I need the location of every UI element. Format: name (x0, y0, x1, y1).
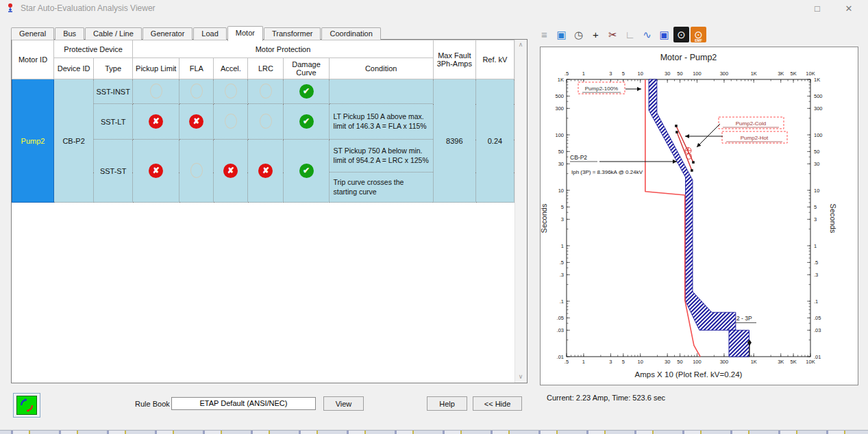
y-tick-label: .01 (557, 354, 564, 360)
scroll-up-button[interactable]: ∧ (515, 40, 526, 51)
lrc-status-cell (248, 104, 284, 140)
rule-book-field[interactable]: ETAP Default (ANSI/NEC) (171, 397, 316, 410)
y-tick-label: 3 (814, 216, 817, 222)
header-accel: Accel. (214, 58, 248, 79)
device-id-cell: CB-P2 (54, 79, 94, 203)
x-tick-label: 5K (790, 359, 796, 365)
condition-cell (329, 79, 433, 104)
y-tick-label: 1 (814, 243, 817, 249)
y-tick-label: 300 (555, 105, 564, 112)
x-tick-label: 3 (609, 71, 612, 77)
empty-status-circle (150, 84, 162, 99)
evaluation-table-panel: Motor IDProtective DeviceMotor Protectio… (11, 39, 528, 383)
y-tick-label: 50 (814, 149, 819, 155)
iph-fault-text: Iph (3P) = 8.396kA @ 0.24kV (571, 169, 643, 175)
y-tick-label: 5 (814, 204, 817, 210)
axis-icon[interactable]: ∟ (622, 27, 638, 42)
tab-general[interactable]: General (11, 27, 54, 40)
plot-display-icon[interactable]: ▣ (656, 27, 672, 42)
plot-options-icon[interactable]: ≡ (536, 27, 552, 42)
view-button[interactable]: View (323, 396, 364, 411)
condition-cell: Trip curve crosses the starting curve (329, 173, 433, 203)
accel-status-cell (214, 79, 248, 104)
header-pickup-limit: Pickup Limit (133, 58, 179, 79)
lrc-status-cell (248, 79, 284, 104)
x-tick-label: 5 (622, 71, 625, 77)
ref-kv-cell: 0.24 (475, 79, 514, 203)
refresh-button[interactable] (13, 393, 40, 418)
header-motor-id: Motor ID (12, 40, 54, 79)
y-tick-label: 100 (814, 132, 823, 138)
y-tick-label: .1 (560, 298, 564, 305)
crosshair-icon[interactable]: + (588, 27, 604, 42)
tab-coordination[interactable]: Coordination (321, 27, 380, 40)
max-fault-cell: 8396 (433, 79, 475, 203)
motor-id-cell: Pump2 (12, 79, 54, 203)
clip-curve-icon[interactable]: ✂ (605, 27, 621, 42)
y-tick-label: .3 (560, 272, 564, 278)
window-title: Star Auto-Evaluation Analysis Viewer (21, 3, 156, 13)
accel-status-cell: ✘ (214, 140, 248, 203)
empty-status-circle (225, 114, 237, 129)
y-tick-label: 1K (558, 77, 564, 83)
maximize-button[interactable]: □ (802, 0, 832, 17)
header-condition: Condition (329, 58, 433, 79)
y-tick-label: 300 (814, 105, 823, 112)
header-lrc: LRC (248, 58, 284, 79)
tcc-plot-panel: Motor - Pump2Amps X 10 (Plot Ref. kV=0.2… (540, 47, 858, 385)
tab-load[interactable]: Load (193, 27, 226, 40)
pump2-cold-label-text: Pump2-Cold (736, 120, 766, 127)
close-button[interactable]: ✕ (834, 0, 864, 17)
y-tick-label: .03 (557, 327, 564, 333)
y-tick-label: 500 (814, 93, 823, 99)
cursor-status-text: Current: 2.23 Amp, Time: 523.6 sec (547, 394, 665, 402)
print-plot-icon[interactable]: ▣ (554, 27, 569, 42)
damage-status-cell: ✔ (284, 104, 329, 140)
pass-check-icon: ✔ (299, 114, 314, 129)
header-max-fault: Max Fault 3Ph-Amps (433, 40, 475, 79)
x-tick-label: 30 (665, 359, 670, 365)
x-tick-label: .5 (565, 71, 569, 77)
cb-p2-instantaneous-block[interactable] (729, 330, 749, 357)
empty-status-circle (260, 114, 272, 129)
y-tick-label: .5 (814, 259, 818, 266)
y-tick-label: 3 (561, 216, 564, 222)
tab-cable-line[interactable]: Cable / Line (85, 27, 142, 40)
tab-transformer[interactable]: Transformer (264, 27, 321, 40)
y-tick-label: .5 (560, 259, 564, 266)
scroll-down-button[interactable]: ∨ (515, 372, 526, 383)
time-axis-icon[interactable]: ◷ (571, 27, 586, 42)
pickup-status-cell: ✘ (133, 104, 179, 140)
tcc-curve-icon[interactable]: ∿ (639, 27, 655, 42)
camera-icon[interactable]: ⊙ (673, 27, 689, 42)
hide-button[interactable]: << Hide (473, 396, 522, 411)
x-tick-label: 3 (609, 359, 612, 365)
empty-status-circle (190, 163, 203, 178)
rule-book-label: Rule Book (135, 400, 170, 408)
x-tick-label: 1 (582, 71, 585, 77)
tab-motor[interactable]: Motor (227, 26, 263, 41)
damage-status-cell: ✔ (284, 79, 329, 104)
x-tick-label: 10 (638, 71, 643, 77)
x-tick-label: 1K (751, 359, 757, 365)
x-tick-label: .5 (565, 359, 569, 365)
x-tick-label: 30 (665, 71, 670, 77)
tab-generator[interactable]: Generator (142, 27, 193, 40)
x-tick-label: 1K (751, 71, 757, 77)
y-tick-label: 500 (555, 93, 564, 99)
header-motor-protection: Motor Protection (133, 40, 434, 58)
pump2-3p-label: 2 - 3P (736, 315, 752, 322)
curve-endpoint-marker (691, 169, 693, 172)
table-scrollbar[interactable]: ∧ ∨ (514, 40, 527, 383)
fla-status-cell (179, 140, 214, 203)
emf-camera-icon[interactable]: ⊙EMF (691, 27, 706, 42)
evaluation-table: Motor IDProtective DeviceMotor Protectio… (12, 40, 514, 203)
tcc-plot[interactable]: Motor - Pump2Amps X 10 (Plot Ref. kV=0.2… (541, 47, 858, 385)
curve-endpoint-marker (692, 161, 695, 164)
damage-status-cell: ✔ (284, 140, 329, 203)
empty-status-circle (260, 84, 272, 99)
device-type-cell: SST-INST (94, 79, 133, 104)
device-type-cell: SST-LT (94, 104, 133, 140)
help-button[interactable]: Help (427, 396, 467, 411)
tab-bus[interactable]: Bus (55, 27, 84, 40)
